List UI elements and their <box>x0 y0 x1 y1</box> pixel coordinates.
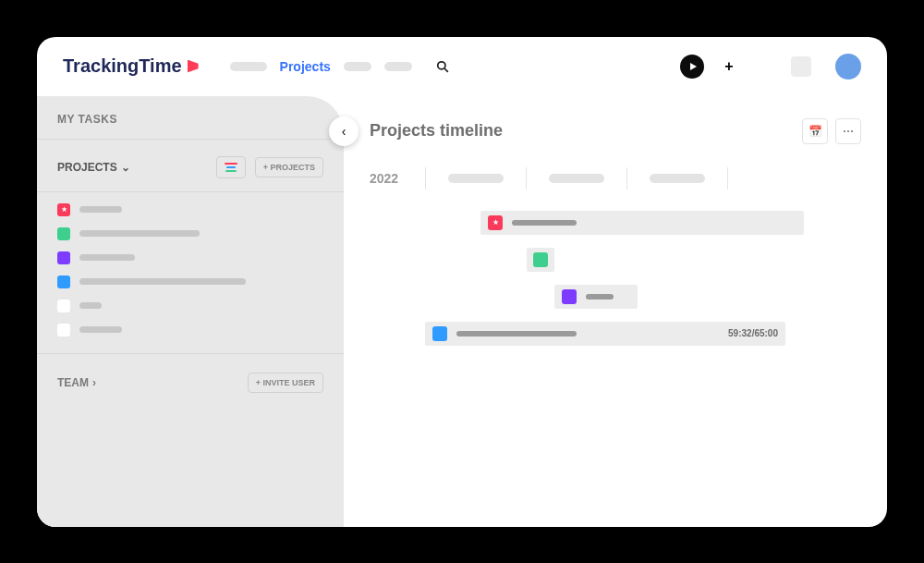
project-item[interactable] <box>57 251 323 264</box>
project-item[interactable] <box>57 324 323 337</box>
gantt-task-label-placeholder <box>586 294 614 300</box>
nav-item-placeholder[interactable] <box>230 62 267 71</box>
gantt-bar[interactable] <box>527 248 554 272</box>
app-menu-placeholder[interactable] <box>791 56 811 77</box>
svg-point-0 <box>438 61 445 68</box>
calendar-button[interactable]: 📅 <box>802 118 828 144</box>
filter-icon <box>225 163 237 165</box>
projects-filter-button[interactable] <box>216 156 246 178</box>
sidebar: ‹ MY TASKS PROJECTS ⌄ + PROJECTS <box>37 96 344 527</box>
project-item[interactable] <box>57 275 323 288</box>
app-window: TrackingTime Projects + ‹ MY TASKS <box>37 37 887 527</box>
project-name-placeholder <box>79 206 122 213</box>
chevron-left-icon: ‹ <box>342 124 346 139</box>
user-avatar[interactable] <box>835 54 861 80</box>
team-label: TEAM <box>57 376 89 389</box>
collapse-sidebar-button[interactable]: ‹ <box>329 116 359 146</box>
my-tasks-label: MY TASKS <box>57 113 323 126</box>
project-name-placeholder <box>79 278 246 285</box>
gantt-task-label-placeholder <box>512 220 577 226</box>
brand-name: TrackingTime <box>63 55 182 77</box>
gantt-bar[interactable]: 59:32/65:00 <box>425 322 785 346</box>
project-name-placeholder <box>79 302 102 309</box>
project-color-swatch <box>57 203 70 216</box>
gantt-bar[interactable] <box>554 285 638 309</box>
project-name-placeholder <box>79 326 122 333</box>
project-name-placeholder <box>79 230 200 237</box>
project-color-swatch <box>57 251 70 264</box>
dots-icon: ⋯ <box>843 125 854 138</box>
gantt-time-progress: 59:32/65:00 <box>728 328 778 338</box>
timeline-month-placeholder <box>448 174 504 183</box>
gantt-bar[interactable] <box>480 211 804 235</box>
project-color-swatch <box>488 215 503 230</box>
chevron-right-icon: › <box>92 376 96 389</box>
chevron-down-icon: ⌄ <box>121 161 130 174</box>
invite-user-button[interactable]: + INVITE USER <box>248 373 323 393</box>
topbar: TrackingTime Projects + <box>37 37 887 96</box>
project-color-swatch <box>533 252 548 267</box>
calendar-icon: 📅 <box>808 125 822 138</box>
svg-line-1 <box>444 67 448 71</box>
body: ‹ MY TASKS PROJECTS ⌄ + PROJECTS <box>37 96 887 527</box>
page-title: Projects timeline <box>370 121 503 141</box>
sidebar-projects-header: PROJECTS ⌄ + PROJECTS <box>37 140 344 192</box>
search-button[interactable] <box>431 55 455 79</box>
team-section-toggle[interactable]: TEAM › <box>57 376 96 389</box>
top-nav: Projects <box>230 55 455 79</box>
nav-item-projects[interactable]: Projects <box>280 59 331 74</box>
project-item[interactable] <box>57 203 323 216</box>
gantt-task-label-placeholder <box>456 331 577 337</box>
brand-logo-icon <box>188 60 199 73</box>
projects-label: PROJECTS <box>57 161 117 174</box>
project-name-placeholder <box>79 254 135 261</box>
timeline-header: 2022 <box>370 163 861 194</box>
project-color-swatch <box>57 275 70 288</box>
more-options-button[interactable]: ⋯ <box>835 118 861 144</box>
nav-item-placeholder[interactable] <box>344 62 371 71</box>
project-color-swatch <box>432 326 447 341</box>
main-header: Projects timeline 📅 ⋯ <box>370 118 861 144</box>
project-color-swatch <box>57 324 70 337</box>
sidebar-team-section: TEAM › + INVITE USER <box>37 354 344 411</box>
project-item[interactable] <box>57 227 323 240</box>
project-color-swatch <box>562 289 577 304</box>
project-item[interactable] <box>57 300 323 312</box>
play-timer-button[interactable] <box>680 55 704 79</box>
add-button[interactable]: + <box>719 56 739 77</box>
add-projects-button[interactable]: + PROJECTS <box>255 157 323 177</box>
sidebar-my-tasks-section[interactable]: MY TASKS <box>37 96 344 140</box>
search-icon <box>436 60 449 73</box>
timeline-year: 2022 <box>370 171 425 186</box>
project-color-swatch <box>57 227 70 240</box>
main-content: Projects timeline 📅 ⋯ 2022 <box>344 96 887 527</box>
gantt-chart: 59:32/65:00 <box>370 211 861 346</box>
projects-list <box>37 192 344 354</box>
projects-section-toggle[interactable]: PROJECTS ⌄ <box>57 161 130 174</box>
timeline-month-placeholder <box>549 174 604 183</box>
brand-logo[interactable]: TrackingTime <box>63 55 199 77</box>
timeline-month-placeholder <box>650 174 705 183</box>
project-color-swatch <box>57 300 70 312</box>
nav-item-placeholder[interactable] <box>384 62 412 71</box>
